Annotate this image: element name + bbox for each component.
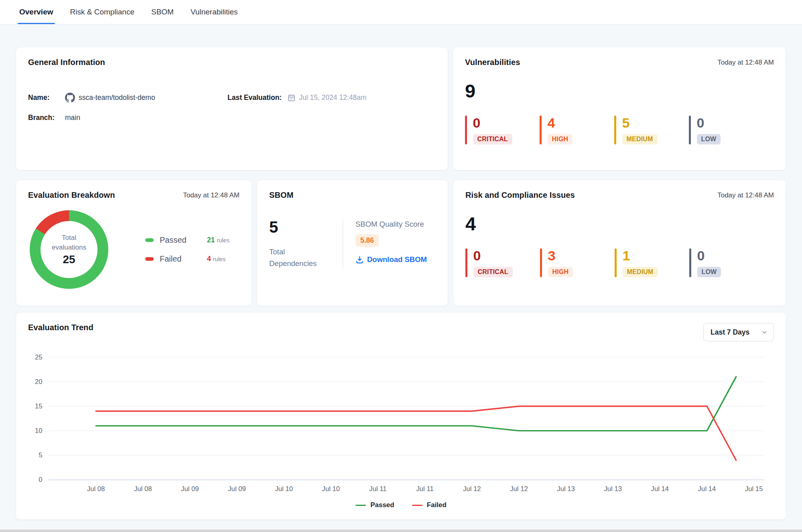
sbom-total-block: 5 Total Dependencies [269, 219, 343, 269]
severity-count: 1 [623, 248, 630, 263]
evaluation-trend-title: Evaluation Trend [28, 323, 93, 332]
legend-count: 21 [207, 236, 215, 244]
severity-content: 0CRITICAL [467, 248, 513, 277]
x-axis-tick-label: Jul 14 [651, 485, 669, 493]
sbom-quality-label: SBOM Quality Score [355, 220, 427, 229]
severity-item-high: 3HIGH [540, 248, 615, 277]
severity-content: 5MEDIUM [616, 116, 658, 144]
evaluation-breakdown-timestamp: Today at 12:48 AM [183, 191, 240, 199]
risk-compliance-card: Risk and Compliance Issues Today at 12:4… [453, 180, 786, 306]
trend-legend-label: Passed [370, 501, 394, 509]
repo-name-row: Name: ssca-team/todolist-demo [28, 93, 227, 103]
severity-count: 0 [473, 116, 481, 130]
risk-compliance-timestamp: Today at 12:48 AM [717, 191, 774, 199]
trend-line-chart-svg: 0510152025Jul 08Jul 08Jul 09Jul 09Jul 10… [28, 353, 774, 495]
last-evaluation-label: Last Evaluation: [227, 93, 282, 102]
vulnerabilities-card: Vulnerabilities Today at 12:48 AM 9 0CRI… [453, 47, 786, 170]
x-axis-tick-label: Jul 13 [604, 485, 622, 493]
vulnerabilities-severity-row: 0CRITICAL4HIGH5MEDIUM0LOW [465, 116, 774, 144]
x-axis-tick-label: Jul 08 [134, 485, 152, 493]
trend-legend-item-failed: Failed [412, 501, 447, 509]
evaluation-trend-chart: 0510152025Jul 08Jul 08Jul 09Jul 09Jul 10… [28, 353, 774, 497]
severity-badge: MEDIUM [623, 267, 658, 277]
severity-item-critical: 0CRITICAL [465, 248, 540, 277]
x-axis-tick-label: Jul 09 [181, 485, 199, 493]
severity-content: 1MEDIUM [617, 248, 658, 277]
severity-count: 4 [548, 116, 555, 130]
trend-legend-label: Failed [427, 501, 447, 509]
vulnerabilities-timestamp: Today at 12:48 AM [717, 59, 774, 67]
donut-center-value: 25 [63, 253, 75, 266]
severity-badge: HIGH [548, 267, 573, 277]
tab-label: Risk & Compliance [70, 8, 135, 16]
severity-item-low: 0LOW [689, 248, 764, 277]
legend-label: Passed [160, 236, 198, 245]
sbom-quality-score-badge: 5.86 [355, 234, 379, 247]
download-sbom-link[interactable]: Download SBOM [355, 255, 427, 264]
repo-name-link[interactable]: ssca-team/todolist-demo [79, 93, 155, 102]
evaluation-trend-card: Evaluation Trend Last 7 Days 0510152025J… [16, 313, 786, 520]
breakdown-legend-item-passed: Passed21rules [145, 236, 229, 245]
severity-content: 0LOW [691, 248, 721, 277]
y-axis-tick-label: 20 [35, 378, 43, 386]
x-axis-tick-label: Jul 12 [463, 485, 481, 493]
y-axis-tick-label: 5 [39, 451, 42, 459]
passed-pill-icon [145, 238, 154, 242]
tab-overview[interactable]: Overview [19, 0, 53, 24]
sbom-title: SBOM [269, 191, 293, 200]
severity-count: 3 [548, 248, 556, 263]
general-information-title: General Information [28, 58, 105, 67]
severity-item-high: 4HIGH [540, 116, 614, 144]
x-axis-tick-label: Jul 11 [369, 485, 386, 493]
severity-badge: LOW [697, 267, 721, 277]
failed-pill-icon [145, 257, 154, 261]
severity-count: 0 [697, 116, 705, 130]
trend-line-failed [96, 406, 736, 460]
x-axis-tick-label: Jul 10 [322, 485, 340, 493]
y-axis-tick-label: 15 [35, 402, 43, 410]
severity-item-critical: 0CRITICAL [465, 116, 540, 144]
breakdown-legend-item-failed: Failed4rules [145, 254, 229, 264]
sbom-card: SBOM 5 Total Dependencies SBOM Quality S… [257, 180, 448, 306]
severity-content: 3HIGH [542, 248, 573, 277]
tab-label: Overview [19, 8, 53, 16]
severity-item-medium: 5MEDIUM [614, 116, 689, 144]
severity-item-medium: 1MEDIUM [615, 248, 689, 277]
tab-bar: OverviewRisk & ComplianceSBOMVulnerabili… [0, 0, 802, 24]
legend-unit: rules [217, 237, 229, 244]
severity-badge: CRITICAL [473, 267, 513, 277]
severity-count: 0 [473, 248, 481, 263]
trend-range-dropdown[interactable]: Last 7 Days [703, 323, 774, 341]
evaluations-donut-chart: Total evaluations 25 [30, 210, 108, 289]
severity-badge: CRITICAL [473, 134, 512, 144]
legend-count: 4 [207, 255, 211, 263]
vulnerabilities-title: Vulnerabilities [465, 58, 520, 67]
tab-risk-compliance[interactable]: Risk & Compliance [70, 0, 135, 24]
window-bottom-strip [0, 530, 802, 532]
x-axis-tick-label: Jul 13 [557, 485, 575, 493]
failed-line-icon [412, 505, 422, 506]
severity-content: 4HIGH [542, 116, 573, 144]
chevron-down-icon [761, 329, 768, 336]
branch-value: main [65, 114, 80, 122]
y-axis-tick-label: 25 [35, 353, 43, 361]
legend-label: Failed [160, 254, 198, 264]
dashboard-page: General Information Name: ssca-team/todo… [0, 24, 802, 530]
y-axis-tick-label: 10 [35, 427, 43, 435]
risk-compliance-total: 4 [465, 214, 774, 233]
tab-vulnerabilities[interactable]: Vulnerabilities [191, 0, 238, 24]
severity-content: 0CRITICAL [467, 116, 512, 144]
x-axis-tick-label: Jul 09 [228, 485, 246, 493]
last-evaluation-row: Last Evaluation: Jul 15, 2024 12:48am [227, 93, 436, 103]
tab-sbom[interactable]: SBOM [151, 0, 174, 24]
severity-item-low: 0LOW [689, 116, 763, 144]
download-sbom-label: Download SBOM [367, 255, 427, 264]
sbom-divider [343, 219, 343, 269]
sbom-total-value: 5 [269, 219, 343, 235]
active-tab-underline [18, 23, 55, 24]
x-axis-tick-label: Jul 14 [698, 485, 716, 493]
passed-line-icon [355, 505, 366, 506]
github-icon [65, 93, 75, 103]
x-axis-tick-label: Jul 15 [745, 485, 763, 493]
severity-badge: LOW [697, 134, 721, 144]
